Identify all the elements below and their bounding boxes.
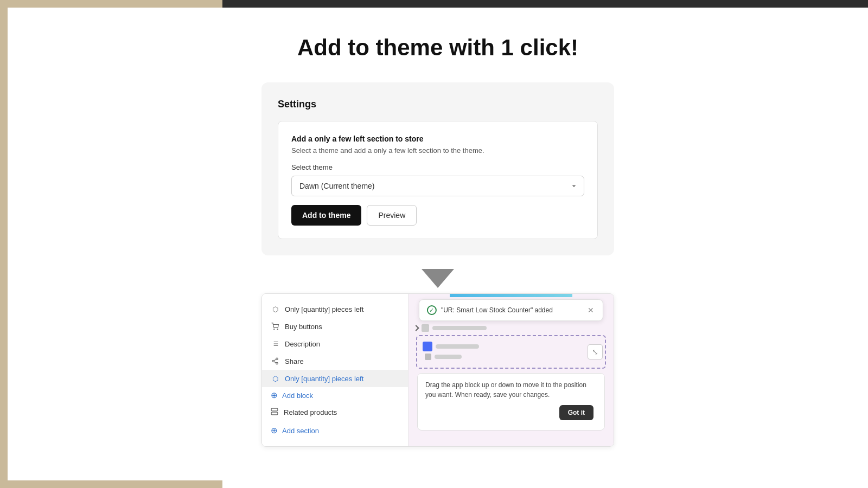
drag-row-2	[425, 354, 599, 360]
svg-point-0	[274, 329, 275, 330]
sidebar-item-label-2: Buy buttons	[285, 323, 322, 331]
preview-content: ⤡ Drag the app block up or down to move …	[409, 319, 614, 436]
preview-button[interactable]: Preview	[367, 205, 417, 226]
theme-select[interactable]: Dawn (Current theme)	[291, 176, 584, 196]
sidebar-item-label-5: Only [quantity] pieces left	[285, 375, 363, 383]
sidebar-item-label-3: Description	[285, 340, 320, 348]
plus-circle-icon-2: ⊕	[271, 426, 278, 435]
sidebar-item-share[interactable]: Share	[262, 352, 408, 370]
sidebar-item-quantity-1[interactable]: ⬡ Only [quantity] pieces left	[262, 300, 408, 318]
plus-circle-icon: ⊕	[271, 390, 278, 400]
svg-point-10	[276, 362, 278, 364]
add-block-item[interactable]: ⊕ Add block	[262, 387, 408, 403]
corner-top-left	[0, 0, 222, 8]
inner-card: Add a only a few left section to store S…	[278, 121, 598, 239]
svg-point-1	[277, 329, 278, 330]
theme-editor-sidebar: ⬡ Only [quantity] pieces left Buy button…	[262, 294, 409, 446]
sidebar-item-description[interactable]: Description	[262, 335, 408, 352]
drag-sub-line	[435, 355, 462, 359]
move-icon: ⤡	[592, 348, 598, 356]
drag-area: ⤡	[416, 335, 606, 369]
tag-icon-1: ⬡	[271, 305, 279, 313]
svg-point-8	[276, 358, 278, 360]
drag-content-line	[436, 344, 479, 349]
svg-point-9	[272, 360, 275, 362]
add-block-label: Add block	[282, 391, 313, 400]
add-section-label: Add section	[282, 427, 319, 435]
server-icon	[271, 408, 278, 417]
related-products-item: Related products	[262, 403, 408, 421]
main-content: Add to theme with 1 click! Settings Add …	[8, 8, 868, 480]
share-icon	[271, 357, 279, 365]
preview-checkbox	[422, 324, 429, 332]
preview-top-bar	[450, 294, 573, 297]
preview-row-1	[414, 324, 608, 332]
sidebar-item-quantity-2[interactable]: ⬡ Only [quantity] pieces left	[262, 370, 408, 387]
svg-line-11	[274, 362, 276, 363]
theme-preview-panel: ✓ "UR: Smart Low Stock Counter" added ✕	[409, 294, 614, 446]
notification-text: "UR: Smart Low Stock Counter" added	[441, 306, 553, 314]
page-title: Add to theme with 1 click!	[297, 35, 578, 61]
got-it-button[interactable]: Got it	[559, 405, 593, 420]
svg-rect-13	[271, 408, 278, 411]
svg-line-12	[274, 359, 276, 361]
tag-icon-2: ⬡	[271, 374, 279, 383]
select-theme-label: Select theme	[291, 163, 584, 171]
sidebar-item-label-4: Share	[285, 357, 304, 365]
list-icon	[271, 339, 279, 348]
inner-card-title: Add a only a few left section to store	[291, 134, 584, 143]
related-products-label: Related products	[284, 408, 337, 416]
sidebar-item-label-1: Only [quantity] pieces left	[285, 305, 363, 313]
buy-icon	[271, 322, 279, 331]
settings-card-title: Settings	[278, 99, 598, 110]
instruction-box: Drag the app block up or down to move it…	[417, 373, 605, 431]
svg-rect-14	[271, 412, 278, 415]
expand-arrow-icon	[413, 325, 419, 331]
arrow-down-icon	[422, 269, 454, 288]
add-to-theme-button[interactable]: Add to theme	[291, 205, 361, 226]
drag-block-icon	[423, 342, 432, 351]
success-notification: ✓ "UR: Smart Low Stock Counter" added ✕	[419, 299, 603, 321]
instruction-text: Drag the app block up or down to move it…	[425, 380, 597, 400]
small-block-icon	[425, 354, 431, 360]
check-icon: ✓	[427, 305, 437, 315]
inner-card-desc: Select a theme and add a only a few left…	[291, 146, 584, 155]
settings-card: Settings Add a only a few left section t…	[261, 82, 614, 255]
preview-line-1	[432, 326, 487, 330]
corner-bottom-left	[0, 480, 222, 488]
corner-top-right	[222, 0, 868, 8]
drag-row	[423, 342, 599, 351]
left-strip	[0, 8, 8, 480]
add-section-item[interactable]: ⊕ Add section	[262, 421, 408, 440]
drag-handle[interactable]: ⤡	[588, 344, 603, 359]
close-notification-button[interactable]: ✕	[586, 306, 595, 314]
bottom-section: ⬡ Only [quantity] pieces left Buy button…	[261, 293, 614, 447]
sidebar-item-buy-buttons[interactable]: Buy buttons	[262, 318, 408, 335]
button-row: Add to theme Preview	[291, 205, 584, 226]
